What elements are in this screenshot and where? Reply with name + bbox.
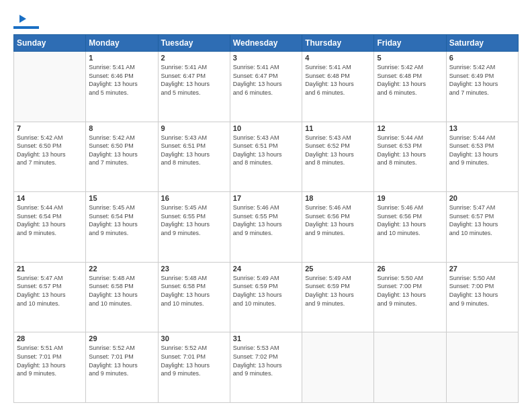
calendar-day-cell: 12Sunrise: 5:44 AM Sunset: 6:53 PM Dayli… — [374, 122, 446, 192]
day-number: 21 — [17, 265, 83, 273]
day-number: 3 — [233, 54, 299, 62]
day-info: Sunrise: 5:48 AM Sunset: 6:58 PM Dayligh… — [161, 274, 227, 308]
calendar-day-cell: 31Sunrise: 5:53 AM Sunset: 7:02 PM Dayli… — [230, 332, 302, 403]
calendar-day-cell: 28Sunrise: 5:51 AM Sunset: 7:01 PM Dayli… — [14, 332, 86, 403]
svg-marker-0 — [19, 15, 26, 23]
day-number: 27 — [449, 265, 515, 273]
calendar-week-row: 7Sunrise: 5:42 AM Sunset: 6:50 PM Daylig… — [14, 122, 519, 192]
calendar-day-cell: 19Sunrise: 5:46 AM Sunset: 6:56 PM Dayli… — [374, 192, 446, 263]
calendar-day-cell: 4Sunrise: 5:41 AM Sunset: 6:48 PM Daylig… — [302, 52, 374, 122]
day-number: 9 — [161, 124, 227, 132]
day-info: Sunrise: 5:41 AM Sunset: 6:48 PM Dayligh… — [305, 63, 371, 97]
day-info: Sunrise: 5:44 AM Sunset: 6:53 PM Dayligh… — [449, 134, 515, 167]
day-number: 26 — [377, 265, 443, 273]
calendar-day-cell: 20Sunrise: 5:47 AM Sunset: 6:57 PM Dayli… — [446, 192, 518, 263]
calendar-day-cell: 3Sunrise: 5:41 AM Sunset: 6:47 PM Daylig… — [230, 52, 302, 122]
calendar-day-cell: 5Sunrise: 5:42 AM Sunset: 6:48 PM Daylig… — [374, 52, 446, 122]
calendar-day-cell: 23Sunrise: 5:48 AM Sunset: 6:58 PM Dayli… — [158, 262, 230, 332]
day-info: Sunrise: 5:41 AM Sunset: 6:47 PM Dayligh… — [233, 63, 299, 97]
day-number: 7 — [17, 124, 83, 132]
calendar-day-cell: 14Sunrise: 5:44 AM Sunset: 6:54 PM Dayli… — [14, 192, 86, 263]
calendar-day-cell: 26Sunrise: 5:50 AM Sunset: 7:00 PM Dayli… — [374, 262, 446, 332]
day-number: 19 — [377, 194, 443, 202]
day-info: Sunrise: 5:41 AM Sunset: 6:47 PM Dayligh… — [161, 63, 227, 97]
day-info: Sunrise: 5:48 AM Sunset: 6:58 PM Dayligh… — [89, 274, 154, 308]
day-number: 23 — [161, 265, 227, 273]
day-info: Sunrise: 5:44 AM Sunset: 6:54 PM Dayligh… — [17, 203, 83, 237]
day-info: Sunrise: 5:45 AM Sunset: 6:54 PM Dayligh… — [89, 203, 154, 237]
weekday-header: Monday — [86, 35, 158, 52]
calendar-day-cell: 8Sunrise: 5:42 AM Sunset: 6:50 PM Daylig… — [86, 122, 158, 192]
header — [13, 12, 519, 29]
day-number: 5 — [377, 54, 443, 62]
day-number: 18 — [305, 194, 371, 202]
calendar-day-cell: 6Sunrise: 5:42 AM Sunset: 6:49 PM Daylig… — [446, 52, 518, 122]
weekday-header: Thursday — [302, 35, 374, 52]
calendar-day-cell: 30Sunrise: 5:52 AM Sunset: 7:01 PM Dayli… — [158, 332, 230, 403]
day-info: Sunrise: 5:43 AM Sunset: 6:51 PM Dayligh… — [233, 134, 299, 167]
calendar-day-cell: 18Sunrise: 5:46 AM Sunset: 6:56 PM Dayli… — [302, 192, 374, 263]
day-info: Sunrise: 5:52 AM Sunset: 7:01 PM Dayligh… — [89, 344, 154, 377]
calendar-day-cell: 17Sunrise: 5:46 AM Sunset: 6:55 PM Dayli… — [230, 192, 302, 263]
calendar-day-cell: 29Sunrise: 5:52 AM Sunset: 7:01 PM Dayli… — [86, 332, 158, 403]
day-info: Sunrise: 5:42 AM Sunset: 6:50 PM Dayligh… — [89, 134, 154, 167]
day-number: 20 — [449, 194, 515, 202]
day-number: 31 — [233, 334, 299, 342]
day-number: 24 — [233, 265, 299, 273]
weekday-header: Wednesday — [230, 35, 302, 52]
calendar-day-cell: 1Sunrise: 5:41 AM Sunset: 6:46 PM Daylig… — [86, 52, 158, 122]
day-info: Sunrise: 5:41 AM Sunset: 6:46 PM Dayligh… — [89, 63, 154, 97]
day-info: Sunrise: 5:42 AM Sunset: 6:49 PM Dayligh… — [449, 63, 515, 97]
day-number: 28 — [17, 334, 83, 342]
day-number: 13 — [449, 124, 515, 132]
day-number: 2 — [161, 54, 227, 62]
day-info: Sunrise: 5:46 AM Sunset: 6:55 PM Dayligh… — [233, 203, 299, 237]
calendar-week-row: 21Sunrise: 5:47 AM Sunset: 6:57 PM Dayli… — [14, 262, 519, 332]
day-number: 1 — [89, 54, 154, 62]
day-info: Sunrise: 5:46 AM Sunset: 6:56 PM Dayligh… — [305, 203, 371, 237]
day-info: Sunrise: 5:53 AM Sunset: 7:02 PM Dayligh… — [233, 344, 299, 377]
weekday-header: Tuesday — [158, 35, 230, 52]
calendar-day-cell — [374, 332, 446, 403]
day-info: Sunrise: 5:43 AM Sunset: 6:51 PM Dayligh… — [161, 134, 227, 167]
day-number: 4 — [305, 54, 371, 62]
day-number: 25 — [305, 265, 371, 273]
day-info: Sunrise: 5:42 AM Sunset: 6:50 PM Dayligh… — [17, 134, 83, 167]
day-number: 29 — [89, 334, 154, 342]
day-number: 12 — [377, 124, 443, 132]
logo — [13, 12, 40, 29]
calendar-day-cell: 21Sunrise: 5:47 AM Sunset: 6:57 PM Dayli… — [14, 262, 86, 332]
calendar-week-row: 1Sunrise: 5:41 AM Sunset: 6:46 PM Daylig… — [14, 52, 519, 122]
calendar-day-cell: 24Sunrise: 5:49 AM Sunset: 6:59 PM Dayli… — [230, 262, 302, 332]
day-info: Sunrise: 5:47 AM Sunset: 6:57 PM Dayligh… — [17, 274, 83, 308]
day-number: 10 — [233, 124, 299, 132]
day-info: Sunrise: 5:50 AM Sunset: 7:00 PM Dayligh… — [377, 274, 443, 308]
calendar-day-cell: 22Sunrise: 5:48 AM Sunset: 6:58 PM Dayli… — [86, 262, 158, 332]
weekday-header: Friday — [374, 35, 446, 52]
day-info: Sunrise: 5:49 AM Sunset: 6:59 PM Dayligh… — [305, 274, 371, 308]
day-info: Sunrise: 5:45 AM Sunset: 6:55 PM Dayligh… — [161, 203, 227, 237]
calendar-day-cell: 16Sunrise: 5:45 AM Sunset: 6:55 PM Dayli… — [158, 192, 230, 263]
calendar-day-cell: 25Sunrise: 5:49 AM Sunset: 6:59 PM Dayli… — [302, 262, 374, 332]
calendar-day-cell: 9Sunrise: 5:43 AM Sunset: 6:51 PM Daylig… — [158, 122, 230, 192]
day-number: 16 — [161, 194, 227, 202]
weekday-header: Sunday — [14, 35, 86, 52]
day-info: Sunrise: 5:43 AM Sunset: 6:52 PM Dayligh… — [305, 134, 371, 167]
calendar-day-cell: 13Sunrise: 5:44 AM Sunset: 6:53 PM Dayli… — [446, 122, 518, 192]
day-info: Sunrise: 5:46 AM Sunset: 6:56 PM Dayligh… — [377, 203, 443, 237]
day-info: Sunrise: 5:49 AM Sunset: 6:59 PM Dayligh… — [233, 274, 299, 308]
day-number: 8 — [89, 124, 154, 132]
day-number: 17 — [233, 194, 299, 202]
calendar-day-cell: 27Sunrise: 5:50 AM Sunset: 7:00 PM Dayli… — [446, 262, 518, 332]
day-info: Sunrise: 5:47 AM Sunset: 6:57 PM Dayligh… — [449, 203, 515, 237]
day-number: 14 — [17, 194, 83, 202]
calendar-week-row: 14Sunrise: 5:44 AM Sunset: 6:54 PM Dayli… — [14, 192, 519, 263]
page: SundayMondayTuesdayWednesdayThursdayFrid… — [0, 0, 532, 411]
calendar-day-cell: 2Sunrise: 5:41 AM Sunset: 6:47 PM Daylig… — [158, 52, 230, 122]
day-number: 15 — [89, 194, 154, 202]
calendar-day-cell: 7Sunrise: 5:42 AM Sunset: 6:50 PM Daylig… — [14, 122, 86, 192]
day-info: Sunrise: 5:44 AM Sunset: 6:53 PM Dayligh… — [377, 134, 443, 167]
calendar-day-cell — [302, 332, 374, 403]
calendar-day-cell: 15Sunrise: 5:45 AM Sunset: 6:54 PM Dayli… — [86, 192, 158, 263]
calendar-day-cell: 11Sunrise: 5:43 AM Sunset: 6:52 PM Dayli… — [302, 122, 374, 192]
